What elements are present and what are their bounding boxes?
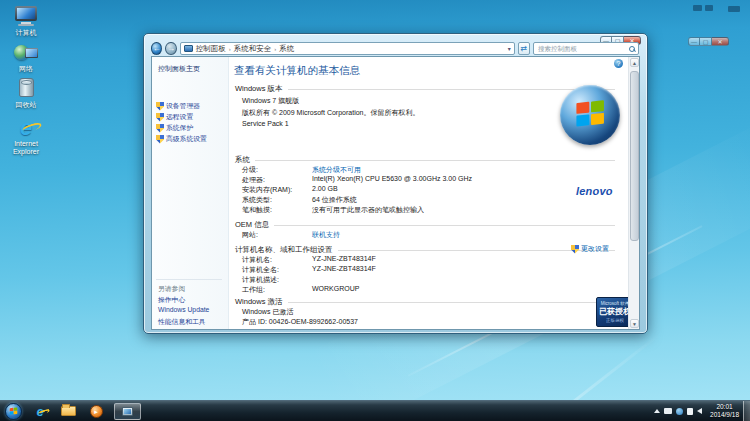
sidebar: 控制面板主页 设备管理器 远程设置 系统保护 高级系统设置 [152, 57, 229, 329]
sidebar-item-remote-settings[interactable]: 远程设置 [156, 112, 193, 122]
page-title: 查看有关计算机的基本信息 [234, 64, 360, 78]
scrollbar-thumb[interactable] [630, 71, 639, 241]
workgroup-value: WORKGROUP [312, 285, 359, 292]
media-player-icon [90, 405, 103, 418]
sidebar-item-device-manager[interactable]: 设备管理器 [156, 101, 200, 111]
sidebar-item-performance-tools[interactable]: 性能信息和工具 [158, 317, 206, 327]
row-label: 工作组: [242, 285, 265, 295]
computer-name-value: YZ-JNE-ZBT48314F [312, 255, 376, 262]
copyright-text: 版权所有 © 2009 Microsoft Corporation。保留所有权利… [242, 108, 419, 118]
desktop-icon-label: 计算机 [2, 29, 50, 37]
processor-value: Intel(R) Xeon(R) CPU E5630 @ 3.00GHz 3.0… [312, 175, 472, 182]
uac-shield-icon [571, 245, 579, 254]
uac-shield-icon [156, 102, 164, 111]
sidebar-item-windows-update[interactable]: Windows Update [158, 306, 209, 313]
uac-shield-icon [156, 124, 164, 133]
row-label: 处理器: [242, 175, 265, 185]
row-label: 系统类型: [242, 195, 272, 205]
desktop-icon-recycle-bin[interactable]: 回收站 [2, 78, 50, 109]
desktop-icon-internet-explorer[interactable]: e Internet Explorer [2, 117, 50, 156]
desktop: 计算机 网络 回收站 e Internet Explorer — ▢ ✕ — ▢… [0, 0, 750, 421]
taskbar-explorer-button[interactable] [58, 403, 78, 420]
ie-icon: e [14, 117, 38, 139]
scroll-down-icon[interactable] [630, 319, 639, 328]
desktop-icon-label: Internet Explorer [2, 140, 50, 156]
taskbar-media-player-button[interactable] [86, 403, 106, 420]
product-id: 产品 ID: 00426-OEM-8992662-00537 [242, 317, 358, 327]
recycle-bin-icon [14, 78, 38, 100]
uac-shield-icon [156, 135, 164, 144]
uac-shield-icon [156, 113, 164, 122]
system-window-icon [122, 407, 133, 416]
online-support-link[interactable]: 联机支持 [312, 230, 340, 240]
refresh-button[interactable] [518, 42, 530, 55]
breadcrumb[interactable]: 控制面板 › 系统和安全 › 系统 ▾ [180, 42, 515, 55]
main-panel: 查看有关计算机的基本信息 Windows 版本 Windows 7 旗舰版 版权… [230, 57, 631, 329]
network-status-icon[interactable] [676, 408, 683, 415]
screen-corner-mark [728, 6, 740, 12]
service-pack: Service Pack 1 [242, 120, 289, 127]
row-label: 计算机名: [242, 255, 272, 265]
sidebar-item-control-panel-home[interactable]: 控制面板主页 [158, 64, 200, 74]
sidebar-divider [156, 279, 222, 280]
vertical-scrollbar[interactable] [628, 57, 639, 329]
row-label: 计算机描述: [242, 275, 279, 285]
breadcrumb-segment[interactable]: 控制面板 [196, 44, 226, 54]
folder-icon [61, 406, 76, 416]
sidebar-item-action-center[interactable]: 操作中心 [158, 295, 185, 305]
ime-icon[interactable] [664, 408, 672, 414]
section-computer-name: 计算机名称、域和工作组设置 [235, 245, 615, 255]
rating-link[interactable]: 系统分级不可用 [312, 165, 361, 175]
row-label: 分级: [242, 165, 258, 175]
pen-touch-value: 没有可用于此显示器的笔或触控输入 [312, 205, 424, 215]
forward-button[interactable] [165, 42, 176, 55]
section-system: 系统 [235, 155, 615, 165]
memory-value: 2.00 GB [312, 185, 338, 192]
window-content: 控制面板主页 设备管理器 远程设置 系统保护 高级系统设置 [151, 56, 640, 330]
taskbar: e 20:01 2014/9/18 [0, 400, 750, 421]
desktop-icon-label: 回收站 [2, 101, 50, 109]
see-also-heading: 另请参阅 [158, 284, 185, 294]
address-bar: 控制面板 › 系统和安全 › 系统 ▾ [151, 41, 639, 56]
system-icon [184, 45, 193, 52]
taskbar-system-window-button[interactable] [114, 403, 141, 420]
chevron-down-icon[interactable]: ▾ [508, 45, 511, 52]
action-center-icon[interactable] [687, 408, 693, 415]
edition-name: Windows 7 旗舰版 [242, 96, 299, 106]
screen-corner-mark [693, 5, 702, 11]
clock-time: 20:01 [710, 403, 739, 411]
scroll-up-icon[interactable] [630, 58, 639, 67]
activation-status: Windows 已激活 [242, 307, 293, 317]
search-input[interactable] [536, 45, 628, 52]
breadcrumb-segment[interactable]: 系统 [279, 44, 294, 54]
search-box[interactable] [533, 42, 639, 55]
volume-icon[interactable] [697, 408, 702, 414]
sidebar-item-system-protection[interactable]: 系统保护 [156, 123, 193, 133]
taskbar-clock[interactable]: 20:01 2014/9/18 [710, 403, 739, 419]
system-type-value: 64 位操作系统 [312, 195, 357, 205]
minimize-icon: — [688, 37, 700, 46]
lenovo-logo: lenovo [576, 185, 613, 197]
maximize-icon: ▢ [700, 37, 712, 46]
breadcrumb-segment[interactable]: 系统和安全 [234, 44, 272, 54]
sidebar-item-advanced-settings[interactable]: 高级系统设置 [156, 134, 207, 144]
show-desktop-button[interactable] [743, 401, 750, 421]
desktop-icon-label: 网络 [2, 65, 50, 73]
change-settings-link[interactable]: 更改设置 [571, 244, 609, 254]
clock-date: 2014/9/18 [710, 411, 739, 419]
desktop-icon-network[interactable]: 网络 [2, 42, 50, 73]
windows-flag-icon [9, 407, 18, 416]
taskbar-ie-button[interactable]: e [30, 403, 50, 420]
desktop-icon-computer[interactable]: 计算机 [2, 6, 50, 37]
ie-icon: e [36, 405, 43, 418]
search-icon [628, 45, 636, 53]
back-button[interactable] [151, 42, 162, 55]
screen-corner-mark [705, 5, 713, 11]
chevron-right-icon: › [274, 46, 276, 52]
start-button[interactable] [5, 403, 22, 420]
windows-logo [560, 85, 620, 145]
row-label: 安装内存(RAM): [242, 185, 292, 195]
windows-flag-icon [573, 98, 607, 132]
caption-buttons-artifact: — ▢ ✕ [688, 37, 729, 46]
hidden-icons-icon[interactable] [654, 409, 660, 413]
